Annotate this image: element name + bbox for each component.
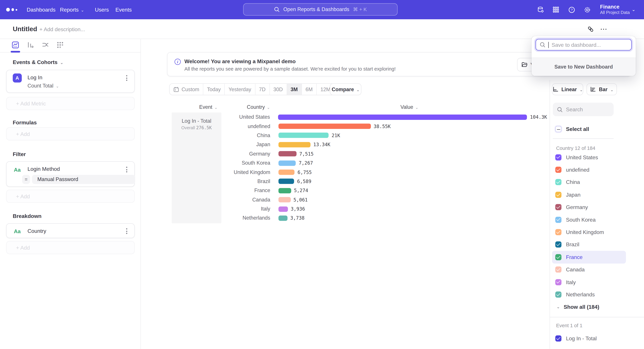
range-custom[interactable]: Custom bbox=[170, 84, 203, 95]
help-button[interactable]: ? bbox=[568, 0, 575, 19]
segment-row-south-korea[interactable]: South Korea bbox=[552, 213, 626, 226]
data-management-button[interactable] bbox=[537, 0, 544, 19]
chart-type-selector[interactable]: Bar ⌄ bbox=[586, 83, 617, 95]
segment-checkbox[interactable] bbox=[555, 242, 562, 248]
metric-name[interactable]: Log In bbox=[28, 74, 42, 80]
select-all-checkbox-indeterminate[interactable] bbox=[555, 126, 562, 132]
range-3m-selected[interactable]: 3M bbox=[287, 84, 302, 95]
add-formula-button[interactable]: + Add bbox=[6, 127, 135, 140]
segment-row-netherlands[interactable]: Netherlands bbox=[552, 288, 626, 301]
bar[interactable] bbox=[278, 216, 287, 221]
segment-row-canada[interactable]: Canada bbox=[552, 263, 626, 276]
breakdown-property-name[interactable]: Country bbox=[28, 228, 46, 234]
bar[interactable] bbox=[278, 142, 310, 147]
segment-checkbox[interactable] bbox=[555, 292, 562, 298]
bar[interactable] bbox=[278, 197, 290, 203]
segment-checkbox[interactable] bbox=[555, 217, 562, 223]
column-header-value[interactable]: Value⌄ bbox=[400, 104, 418, 110]
segment-checkbox[interactable] bbox=[555, 154, 562, 160]
add-metric-button[interactable]: + Add Metric bbox=[6, 97, 135, 110]
bar-label: South Korea bbox=[171, 160, 270, 166]
range-30d[interactable]: 30D bbox=[270, 84, 287, 95]
select-all-row[interactable]: Select all bbox=[555, 126, 589, 132]
segment-checkbox[interactable] bbox=[555, 279, 562, 285]
tab-funnels[interactable] bbox=[26, 40, 34, 50]
mixpanel-logo[interactable] bbox=[6, 0, 17, 19]
add-filter-button[interactable]: + Add bbox=[6, 190, 135, 203]
segment-checkbox[interactable] bbox=[555, 179, 562, 185]
bar[interactable] bbox=[278, 151, 296, 157]
mixpanel-insights-screen: Dashboards Reports⌄ Users Events Open Re… bbox=[0, 0, 644, 349]
tab-retention[interactable] bbox=[56, 40, 64, 50]
segment-row-italy[interactable]: Italy bbox=[552, 276, 626, 288]
nav-events[interactable]: Events bbox=[116, 0, 132, 19]
tab-insights[interactable] bbox=[11, 40, 20, 50]
segment-row-germany[interactable]: Germany bbox=[552, 201, 626, 213]
segment-checkbox[interactable] bbox=[555, 254, 562, 260]
nav-reports[interactable]: Reports⌄ bbox=[60, 0, 84, 19]
segment-search-input[interactable] bbox=[566, 106, 607, 112]
bar[interactable] bbox=[278, 179, 294, 184]
column-header-event[interactable]: Event⌄ bbox=[199, 104, 218, 110]
nav-users[interactable]: Users bbox=[95, 0, 109, 19]
segment-row-united-states[interactable]: United States bbox=[552, 151, 626, 163]
settings-button[interactable] bbox=[584, 0, 590, 19]
segment-row-japan[interactable]: Japan bbox=[552, 189, 626, 201]
breakdown-header: Breakdown bbox=[13, 213, 42, 219]
add-breakdown-button[interactable]: + Add bbox=[6, 241, 135, 254]
segment-search-field[interactable] bbox=[553, 103, 614, 116]
range-7d[interactable]: 7D bbox=[255, 84, 270, 95]
report-title[interactable]: Untitled bbox=[13, 19, 37, 39]
range-6m[interactable]: 6M bbox=[302, 84, 317, 95]
kebab-menu-icon[interactable] bbox=[124, 166, 129, 173]
kebab-menu-icon[interactable] bbox=[124, 228, 129, 235]
global-search-bar[interactable]: Open Reports & Dashboards ⌘ + K bbox=[243, 3, 398, 15]
filter-header: Filter bbox=[13, 151, 26, 157]
range-today[interactable]: Today bbox=[203, 84, 225, 95]
project-switcher[interactable]: Finance All Project Data bbox=[600, 0, 630, 19]
kebab-menu-icon[interactable] bbox=[124, 74, 129, 82]
segment-checkbox[interactable] bbox=[555, 229, 562, 235]
tab-flows[interactable] bbox=[40, 40, 50, 50]
segment-row-united-kingdom[interactable]: United Kingdom bbox=[552, 226, 626, 238]
segment-checkbox[interactable] bbox=[555, 204, 562, 210]
bar[interactable] bbox=[278, 160, 296, 166]
segment-row-china[interactable]: China bbox=[552, 176, 626, 188]
filter-operator[interactable]: = bbox=[22, 175, 30, 184]
bar[interactable] bbox=[278, 170, 294, 175]
range-yesterday[interactable]: Yesterday bbox=[225, 84, 256, 95]
bar[interactable] bbox=[278, 114, 527, 120]
segment-row-log-in-total[interactable]: Log In - Total bbox=[555, 336, 597, 342]
segment-row-france[interactable]: France bbox=[552, 251, 626, 263]
ellipsis-icon: ··· bbox=[600, 26, 608, 32]
bar[interactable] bbox=[278, 206, 288, 212]
chevron-down-icon[interactable]: ⌄ bbox=[632, 0, 636, 19]
apps-grid-button[interactable] bbox=[553, 0, 559, 19]
show-all-toggle[interactable]: ⌄ Show all (184) bbox=[556, 304, 599, 310]
segment-row-brazil[interactable]: Brazil bbox=[552, 238, 626, 251]
events-cohorts-header[interactable]: Events & Cohorts ⌄ bbox=[13, 59, 64, 65]
column-header-country[interactable]: Country⌄ bbox=[247, 104, 270, 110]
nav-dashboards[interactable]: Dashboards bbox=[27, 0, 56, 19]
bar[interactable] bbox=[278, 124, 371, 129]
filter-card-login-method[interactable]: Aa Login Method = Manual Password bbox=[6, 161, 135, 187]
add-description-field[interactable]: + Add description... bbox=[40, 19, 85, 39]
metric-card-log-in[interactable]: A Log In Count Total ⌄ bbox=[6, 70, 135, 93]
filter-value[interactable]: Manual Password bbox=[32, 175, 135, 184]
segment-checkbox[interactable] bbox=[555, 336, 562, 342]
chart-row: France 5,274 bbox=[171, 186, 547, 195]
save-dashboard-search-field[interactable] bbox=[536, 39, 632, 51]
bar[interactable] bbox=[278, 133, 329, 138]
save-to-new-dashboard-button[interactable]: Save to New Dashboard bbox=[532, 57, 636, 76]
segment-row-undefined[interactable]: undefined bbox=[552, 164, 626, 176]
segment-checkbox[interactable] bbox=[555, 167, 562, 173]
segment-checkbox[interactable] bbox=[555, 192, 562, 198]
aggregation-selector[interactable]: Count Total ⌄ bbox=[28, 83, 59, 89]
filter-property-name[interactable]: Login Method bbox=[28, 166, 60, 172]
compare-button[interactable]: Compare ⌄ bbox=[330, 83, 362, 95]
bar[interactable] bbox=[278, 188, 291, 193]
save-dashboard-search-input[interactable] bbox=[552, 42, 628, 48]
segment-checkbox[interactable] bbox=[555, 267, 562, 273]
breakdown-card-country[interactable]: Aa Country bbox=[6, 223, 135, 238]
scale-selector[interactable]: Linear ⌄ bbox=[552, 83, 583, 95]
